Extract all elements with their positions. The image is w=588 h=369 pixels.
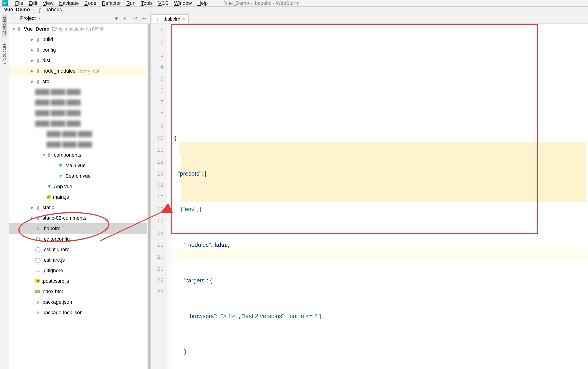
line-number: 2 bbox=[151, 37, 164, 49]
editor-body[interactable]: 1234567891011121314151617181920212223 { … bbox=[151, 24, 588, 369]
project-tool-tab[interactable]: 1: Project bbox=[2, 15, 7, 37]
tree-item-label: package.json bbox=[42, 299, 72, 305]
eslint-icon: ◯ bbox=[35, 257, 41, 263]
tree-item-label: config bbox=[42, 47, 56, 53]
menu-help[interactable]: Help bbox=[195, 0, 210, 7]
tree-item[interactable]: ▶▮config bbox=[9, 45, 150, 55]
collapse-all-icon[interactable]: ≑ bbox=[121, 15, 128, 21]
tree-item[interactable]: ▶▮dist bbox=[9, 55, 150, 66]
chevron-right-icon[interactable]: ▶ bbox=[30, 80, 35, 83]
tree-item[interactable]: ▼▮components bbox=[9, 150, 150, 160]
tree-item[interactable]: ▶▮node_moduleslibrary root bbox=[9, 66, 150, 76]
chevron-right-icon[interactable]: ▶ bbox=[30, 48, 35, 52]
line-number: 4 bbox=[151, 61, 164, 73]
tree-item[interactable]: ▶▮src bbox=[9, 76, 150, 87]
tree-item[interactable]: ◯.eslintrc.js bbox=[9, 255, 150, 265]
tree-item[interactable]: ▶▮static bbox=[9, 202, 150, 213]
tree-item[interactable]: ████ ████ ████ bbox=[9, 139, 150, 150]
structure-tool-tab[interactable]: 7: Structure bbox=[2, 41, 7, 67]
tree-item[interactable]: Hindex.html bbox=[9, 286, 150, 297]
window-title: Vue_Demo - .babelrc - WebStorm bbox=[224, 0, 299, 6]
folder-icon: ▮ bbox=[16, 26, 22, 32]
close-tab-icon[interactable]: × bbox=[183, 17, 185, 21]
tree-item-label: components bbox=[54, 152, 81, 158]
tree-item-label: dist bbox=[42, 58, 50, 63]
chevron-down-icon[interactable]: ▼ bbox=[11, 27, 16, 31]
menu-edit[interactable]: Edit bbox=[26, 0, 40, 7]
tree-item[interactable]: {}package.json bbox=[9, 297, 150, 307]
scrollbar-thumb[interactable] bbox=[148, 24, 150, 369]
tree-item[interactable]: ▼Search.vue bbox=[9, 171, 150, 181]
tree-item[interactable]: {}.babelrc bbox=[9, 223, 150, 234]
tree-item[interactable]: JSmain.js bbox=[9, 192, 150, 202]
project-icon: ▭ bbox=[11, 16, 17, 21]
tree-item[interactable]: ▭.gitignore bbox=[9, 265, 150, 276]
hide-icon[interactable]: — bbox=[141, 15, 147, 21]
menu-bar: WS FileEditViewNavigateCodeRefactorRunTo… bbox=[0, 0, 588, 7]
chevron-down-icon[interactable]: ▼ bbox=[41, 153, 47, 157]
menu-tools[interactable]: Tools bbox=[138, 0, 155, 7]
scrollbar[interactable] bbox=[147, 24, 150, 369]
json-icon: {} bbox=[35, 310, 41, 315]
menu-code[interactable]: Code bbox=[82, 0, 99, 7]
dropdown-arrow-icon[interactable]: ▼ bbox=[37, 16, 41, 20]
chevron-right-icon[interactable]: ▶ bbox=[30, 38, 35, 41]
folder-icon: ▮ bbox=[35, 205, 41, 210]
tree-item-label: build bbox=[42, 37, 53, 42]
tree-item[interactable]: ▼Main.vue bbox=[9, 160, 150, 171]
tree-item[interactable]: ▶▮build bbox=[9, 34, 150, 45]
chevron-right-icon: 〉 bbox=[32, 7, 36, 12]
tree-item[interactable]: ████ ████ ████ bbox=[9, 97, 150, 108]
locate-icon[interactable]: ⊕ bbox=[113, 15, 120, 21]
chevron-right-icon[interactable]: ▶ bbox=[30, 69, 35, 73]
json-icon: {} bbox=[35, 226, 41, 231]
breadcrumb-file[interactable]: .babelrc bbox=[44, 7, 62, 12]
vue-icon: ▼ bbox=[58, 163, 63, 168]
line-number: 5 bbox=[151, 73, 164, 84]
folder-icon: ▮ bbox=[35, 58, 41, 63]
caret-line bbox=[172, 249, 586, 261]
line-number: 20 bbox=[151, 251, 164, 263]
tree-item[interactable]: ⚙.editorconfig bbox=[9, 234, 150, 244]
tree-root-path: E:\my module\网页编程基 bbox=[52, 26, 104, 32]
tree-item[interactable]: ████ ████ ████ bbox=[9, 118, 150, 129]
tree-root[interactable]: ▼ ▮ Vue_Demo E:\my module\网页编程基 bbox=[9, 24, 150, 34]
tree-item-label: .eslintrc.js bbox=[42, 257, 65, 263]
code-area[interactable]: { "presets": [ ["env", { "modules": fals… bbox=[172, 24, 588, 369]
project-tree[interactable]: ▼ ▮ Vue_Demo E:\my module\网页编程基 ▶▮build▶… bbox=[9, 24, 150, 369]
menu-view[interactable]: View bbox=[40, 0, 56, 7]
line-number: 13 bbox=[151, 168, 164, 179]
editor-tabs: {} .babelrc × bbox=[151, 13, 588, 24]
breadcrumb-root[interactable]: Vue_Demo bbox=[4, 7, 30, 12]
menu-navigate[interactable]: Navigate bbox=[56, 0, 82, 7]
folder-icon: ▮ bbox=[35, 37, 41, 42]
project-panel-title[interactable]: Project bbox=[20, 15, 36, 21]
folder-icon: ▮ bbox=[35, 215, 41, 221]
tree-item[interactable]: ████ ████ ████ bbox=[9, 129, 150, 139]
tree-item[interactable]: ▶▮static-02-comments bbox=[9, 213, 150, 223]
tree-item[interactable]: JS.postcssrc.js bbox=[9, 276, 150, 286]
line-number: 17 bbox=[151, 215, 164, 227]
line-number: 14 bbox=[151, 179, 164, 191]
chevron-right-icon[interactable]: ▶ bbox=[30, 59, 35, 62]
chevron-right-icon[interactable]: ▶ bbox=[30, 216, 35, 220]
editor-area: {} .babelrc × 12345678910111213141516171… bbox=[151, 13, 588, 369]
gear-icon[interactable]: ⚙ bbox=[133, 15, 139, 21]
tree-item-label: .babelrc bbox=[42, 226, 60, 232]
menu-vcs[interactable]: VCS bbox=[155, 0, 171, 7]
tree-item[interactable]: ████ ████ ████ bbox=[9, 108, 150, 118]
menu-run[interactable]: Run bbox=[123, 0, 138, 7]
fold-gutter[interactable] bbox=[167, 24, 172, 369]
tree-root-name: Vue_Demo bbox=[24, 26, 50, 32]
line-number: 9 bbox=[151, 120, 164, 132]
menu-refactor[interactable]: Refactor bbox=[99, 0, 123, 7]
menu-file[interactable]: File bbox=[12, 0, 26, 7]
tree-item[interactable]: ▼App.vue bbox=[9, 181, 150, 192]
menu-window[interactable]: Window bbox=[171, 0, 194, 7]
tree-item[interactable]: {}package-lock.json bbox=[9, 307, 150, 318]
tree-item-label: Main.vue bbox=[65, 163, 86, 169]
tree-item[interactable]: ████ ████ ████ bbox=[9, 87, 150, 97]
editor-tab-babelrc[interactable]: {} .babelrc × bbox=[151, 14, 189, 23]
chevron-right-icon[interactable]: ▶ bbox=[30, 206, 35, 209]
tree-item[interactable]: ◯.eslintignore bbox=[9, 244, 150, 255]
